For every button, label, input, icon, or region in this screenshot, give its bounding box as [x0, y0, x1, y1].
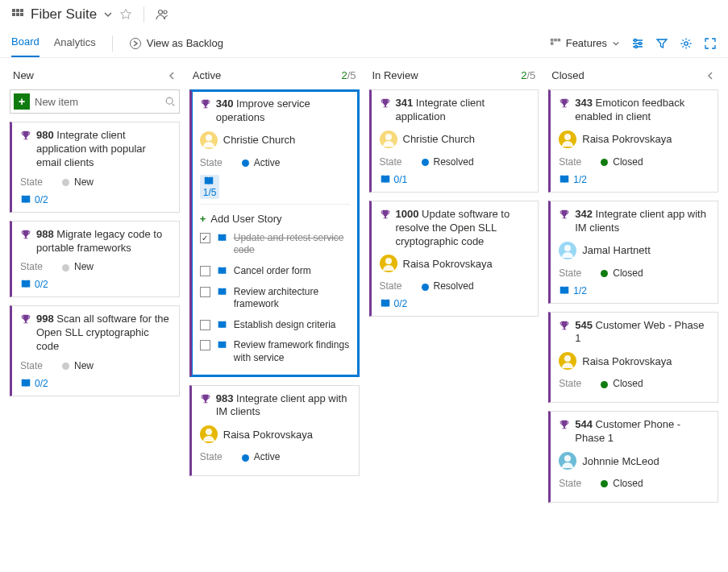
card-assignee[interactable]: Christie Church [200, 131, 350, 149]
checklist-item[interactable]: Establish design criteria [200, 315, 350, 336]
tab-analytics[interactable]: Analytics [54, 30, 96, 56]
column-header-closed: Closed [547, 68, 720, 89]
checkbox-icon[interactable] [200, 233, 210, 243]
card-progress[interactable]: 1/2 [559, 174, 709, 185]
svg-point-24 [385, 134, 392, 140]
card-assignee[interactable]: Johnnie McLeod [559, 452, 709, 470]
checklist-item[interactable]: Update and retest service code [200, 228, 350, 261]
fullscreen-icon[interactable] [704, 37, 717, 50]
svg-point-20 [166, 97, 173, 104]
state-value: Resolved [422, 280, 474, 292]
state-label: State [559, 478, 581, 489]
checkbox-icon[interactable] [200, 266, 210, 276]
svg-rect-9 [551, 38, 554, 41]
column-collapse-icon[interactable] [167, 71, 177, 81]
project-dropdown-chevron-icon[interactable] [103, 10, 113, 19]
state-label: State [20, 176, 43, 188]
gear-icon[interactable] [680, 37, 693, 50]
card-assignee[interactable]: Jamal Hartnett [559, 242, 709, 259]
view-as-backlog-button[interactable]: View as Backlog [129, 37, 223, 50]
card-progress[interactable]: 0/2 [20, 194, 171, 205]
features-dropdown[interactable]: Features [550, 37, 620, 49]
user-story-icon [217, 233, 227, 243]
column-header-active: Active 2/5 [188, 68, 361, 89]
work-item-card[interactable]: 980 Integrate client application with po… [10, 122, 180, 213]
search-icon[interactable] [164, 96, 176, 107]
settings-sliders-icon[interactable] [631, 37, 644, 50]
svg-point-25 [385, 258, 392, 264]
card-assignee[interactable]: Christie Church [380, 131, 530, 148]
state-value: New [62, 261, 94, 272]
svg-rect-10 [554, 38, 557, 41]
state-value: Closed [601, 267, 643, 279]
new-item-button[interactable]: + New item [10, 89, 180, 114]
svg-rect-12 [551, 42, 554, 45]
checklist-item[interactable]: Review architecture framework [200, 282, 350, 315]
project-title[interactable]: Fiber Suite [31, 6, 97, 23]
card-progress[interactable]: 1/5 [200, 175, 350, 199]
kanban-board: New + New item 980 Integrate client appl… [0, 58, 728, 520]
checklist-item-text: Establish design criteria [234, 319, 350, 332]
card-progress[interactable]: 0/2 [380, 298, 530, 309]
checkbox-icon[interactable] [200, 287, 210, 297]
work-item-card[interactable]: 340 Improve service operationsChristie C… [189, 89, 360, 377]
column-collapse-icon[interactable] [705, 71, 715, 81]
checklist-item[interactable]: Cancel order form [200, 261, 350, 282]
svg-point-17 [639, 42, 642, 44]
features-grid-icon [550, 38, 561, 49]
filter-funnel-icon[interactable] [655, 37, 668, 50]
state-value: New [62, 360, 94, 371]
card-title: 343 Emoticon feedback enabled in client [575, 97, 709, 124]
card-title: 340 Improve service operations [216, 97, 350, 125]
work-item-card[interactable]: 545 Customer Web - Phase 1Raisa Pokrovsk… [548, 312, 718, 404]
chevron-down-icon [612, 39, 620, 48]
card-progress[interactable]: 0/2 [20, 378, 171, 389]
card-assignee[interactable]: Raisa Pokrovskaya [559, 131, 709, 148]
work-item-card[interactable]: 998 Scan all software for the Open SLL c… [10, 305, 180, 396]
team-people-icon[interactable] [156, 8, 170, 21]
state-label: State [559, 267, 581, 279]
svg-line-21 [172, 104, 174, 106]
svg-point-29 [564, 455, 571, 462]
svg-point-16 [634, 39, 637, 41]
tab-board[interactable]: Board [11, 29, 40, 57]
state-value: Closed [601, 378, 643, 389]
card-progress[interactable]: 1/2 [559, 285, 709, 296]
svg-rect-4 [16, 13, 19, 16]
card-title: 983 Integrate client app with IM clients [216, 392, 351, 420]
assignee-name: Raisa Pokrovskaya [582, 355, 672, 367]
checklist-item-text: Review framework findings with service [234, 339, 350, 364]
card-title: 988 Migrate legacy code to portable fram… [36, 228, 171, 255]
card-assignee[interactable]: Raisa Pokrovskaya [559, 352, 709, 370]
user-story-icon [217, 287, 227, 297]
checkbox-icon[interactable] [200, 320, 210, 330]
work-item-card[interactable]: 983 Integrate client app with IM clients… [189, 385, 360, 477]
checklist-item-text: Review architecture framework [234, 286, 350, 311]
work-item-card[interactable]: 342 Integrate client app with IM clients… [548, 201, 718, 304]
work-item-card[interactable]: 988 Migrate legacy code to portable fram… [10, 221, 180, 298]
svg-point-8 [130, 38, 140, 48]
checkbox-icon[interactable] [200, 340, 210, 350]
work-item-card[interactable]: 544 Customer Phone - Phase 1Johnnie McLe… [548, 411, 718, 503]
work-item-card[interactable]: 341 Integrate client applicationChristie… [369, 89, 539, 193]
state-label: State [380, 156, 402, 168]
board-toolbar: Board Analytics View as Backlog Features [0, 26, 728, 58]
state-label: State [200, 451, 223, 462]
favorite-star-icon[interactable] [119, 8, 132, 21]
assignee-name: Johnnie McLeod [582, 455, 659, 467]
work-item-card[interactable]: 343 Emoticon feedback enabled in clientR… [548, 89, 718, 193]
add-user-story-button[interactable]: +Add User Story [200, 209, 350, 228]
checklist-item-text: Cancel order form [234, 265, 350, 278]
svg-point-28 [564, 355, 571, 362]
svg-rect-2 [20, 9, 23, 12]
state-label: State [380, 280, 402, 292]
board-grid-icon [11, 8, 24, 21]
checklist-item[interactable]: Review framework findings with service [200, 335, 350, 368]
work-item-card[interactable]: 1000 Update software to resolve the Open… [369, 201, 539, 317]
card-assignee[interactable]: Raisa Pokrovskaya [380, 255, 530, 272]
card-assignee[interactable]: Raisa Pokrovskaya [200, 425, 351, 443]
card-progress[interactable]: 0/2 [20, 279, 171, 290]
card-progress[interactable]: 0/1 [380, 174, 530, 185]
svg-rect-3 [12, 13, 15, 16]
svg-point-23 [206, 429, 212, 435]
